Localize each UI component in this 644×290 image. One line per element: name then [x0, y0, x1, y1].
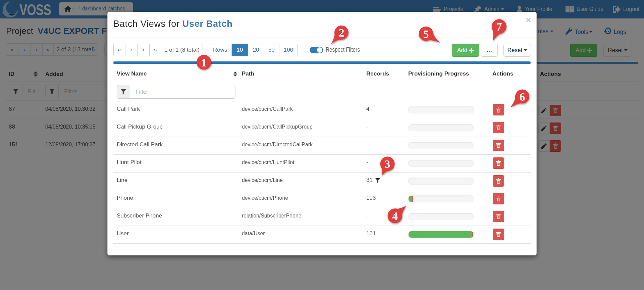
svg-text:3: 3	[385, 158, 390, 170]
svg-text:2: 2	[339, 27, 344, 39]
svg-text:5: 5	[423, 28, 429, 40]
svg-text:1: 1	[201, 56, 207, 69]
svg-text:4: 4	[392, 210, 398, 222]
svg-text:6: 6	[520, 91, 525, 103]
svg-text:7: 7	[496, 20, 502, 33]
